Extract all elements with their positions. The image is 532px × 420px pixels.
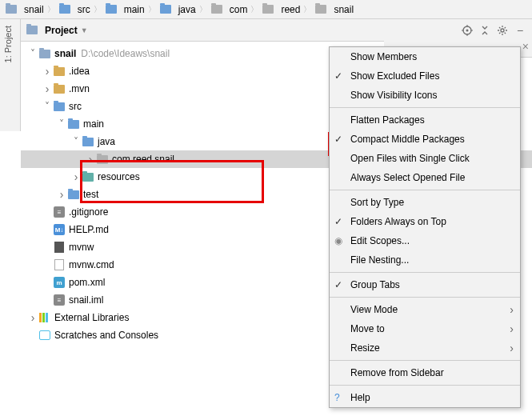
tree-label: src <box>69 101 82 112</box>
breadcrumb-item[interactable]: snail <box>314 4 354 15</box>
menu-item[interactable]: Always Select Opened File <box>330 168 520 187</box>
menu-item[interactable]: ✓Group Tabs <box>330 275 520 294</box>
folder-icon <box>314 4 327 15</box>
menu-label: File Nesting... <box>350 254 409 266</box>
breadcrumb-separator: 〉 <box>303 4 311 15</box>
radio-icon: ◉ <box>334 235 342 246</box>
m-icon: m <box>53 277 66 288</box>
menu-item[interactable]: ✓Folders Always on Top <box>330 212 520 231</box>
menu-label: View Mode <box>350 304 398 315</box>
menu-separator <box>330 385 520 386</box>
svg-point-1 <box>466 29 469 31</box>
tree-label: test <box>83 189 98 200</box>
tree-label: .mvn <box>69 83 90 94</box>
chevron-down-icon[interactable]: ˅ <box>42 101 53 112</box>
menu-separator <box>330 297 520 298</box>
tree-label: main <box>83 118 104 130</box>
menu-label: Flatten Packages <box>350 114 425 126</box>
check-icon: ✓ <box>334 216 342 227</box>
menu-label: Remove from Sidebar <box>350 367 444 378</box>
menu-label: Show Visibility Icons <box>350 90 438 101</box>
tree-label: External Libraries <box>54 312 129 323</box>
menu-separator <box>330 190 520 190</box>
tree-path: D:\code\Ideaws\snail <box>81 48 170 59</box>
folder-icon <box>210 4 223 15</box>
menu-item[interactable]: Sort by Type <box>330 193 520 212</box>
tree-label: pom.xml <box>69 277 105 288</box>
breadcrumb-item[interactable]: src <box>58 4 90 15</box>
breadcrumb-label: main <box>124 4 145 15</box>
menu-item[interactable]: ◉Edit Scopes... <box>330 231 520 250</box>
project-tool-tab[interactable]: 1: Project <box>0 19 21 131</box>
menu-item[interactable]: ✓Compact Middle Packages <box>330 130 520 149</box>
tree-label: snail.iml <box>69 294 103 306</box>
breadcrumb-item[interactable]: com <box>210 4 248 15</box>
help-icon: ? <box>334 392 340 403</box>
locate-icon[interactable] <box>460 23 474 38</box>
submenu-arrow-icon: › <box>510 342 514 354</box>
chevron-right-icon[interactable]: › <box>56 188 67 201</box>
project-label: Project <box>45 25 78 36</box>
chevron-right-icon[interactable]: › <box>85 153 96 166</box>
menu-label: Show Excluded Files <box>350 70 439 82</box>
project-view-selector[interactable]: Project ▼ <box>26 25 88 36</box>
breadcrumb-label: java <box>178 4 196 15</box>
menu-item[interactable]: Resize› <box>330 338 520 358</box>
chevron-right-icon[interactable]: › <box>42 65 53 78</box>
menu-separator <box>330 107 520 108</box>
tree-label: HELP.md <box>69 224 109 235</box>
tree-label: snail <box>54 48 76 59</box>
menu-item[interactable]: Open Files with Single Click <box>330 149 520 168</box>
module-icon <box>38 48 51 59</box>
expand-all-icon[interactable] <box>478 23 492 38</box>
svg-point-6 <box>501 29 504 32</box>
dropdown-icon: ▼ <box>81 26 88 34</box>
txt-icon: ≡ <box>53 206 66 218</box>
chevron-down-icon[interactable]: ˅ <box>27 48 38 59</box>
blue-icon <box>82 136 94 147</box>
gear-icon[interactable] <box>495 23 510 38</box>
breadcrumb-label: com <box>230 4 248 15</box>
menu-label: Sort by Type <box>350 197 404 208</box>
hide-icon[interactable]: − <box>513 23 527 38</box>
menu-item[interactable]: Move to› <box>330 319 520 338</box>
menu-item[interactable]: Show Members <box>330 47 520 66</box>
chevron-right-icon[interactable]: › <box>70 170 82 183</box>
menu-label: Folders Always on Top <box>350 216 446 227</box>
check-icon: ✓ <box>334 70 342 82</box>
menu-item[interactable]: ?Help <box>330 388 520 407</box>
breadcrumb-separator: 〉 <box>148 4 156 15</box>
menu-item[interactable]: ✓Show Excluded Files <box>330 66 520 86</box>
project-icon <box>26 25 38 36</box>
menu-item[interactable]: Flatten Packages <box>330 110 520 130</box>
menu-label: Resize <box>350 342 380 354</box>
blue-icon <box>67 118 80 130</box>
tree-label: .gitignore <box>69 206 108 218</box>
chevron-down-icon[interactable]: ˅ <box>70 136 82 147</box>
settings-context-menu: Show Members✓Show Excluded FilesShow Vis… <box>329 46 521 408</box>
tree-label: com.reed.snail <box>112 154 174 165</box>
chevron-right-icon[interactable]: › <box>27 311 38 324</box>
menu-label: Edit Scopes... <box>350 235 410 246</box>
menu-item[interactable]: Remove from Sidebar <box>330 363 520 382</box>
breadcrumb-item[interactable]: java <box>159 4 196 15</box>
tree-label: resources <box>98 171 140 182</box>
menu-label: Move to <box>350 323 385 334</box>
menu-separator <box>330 360 520 361</box>
breadcrumb-item[interactable]: snail <box>5 4 44 15</box>
project-tab-label: 1: Project <box>3 26 13 62</box>
breadcrumb-item[interactable]: main <box>105 4 145 15</box>
md-icon: M↓ <box>53 224 66 235</box>
breadcrumb: snail〉src〉main〉java〉com〉reed〉snail <box>0 0 532 19</box>
blue-icon <box>53 101 66 112</box>
menu-item[interactable]: View Mode› <box>330 300 520 319</box>
breadcrumb-separator: 〉 <box>94 4 102 15</box>
chevron-down-icon[interactable]: ˅ <box>56 118 67 130</box>
chevron-right-icon[interactable]: › <box>42 82 53 95</box>
folder-icon <box>58 4 71 15</box>
breadcrumb-item[interactable]: reed <box>262 4 300 15</box>
menu-item[interactable]: Show Visibility Icons <box>330 86 520 105</box>
menu-label: Show Members <box>350 51 417 62</box>
menu-label: Compact Middle Packages <box>350 134 465 145</box>
menu-item[interactable]: File Nesting... <box>330 250 520 270</box>
